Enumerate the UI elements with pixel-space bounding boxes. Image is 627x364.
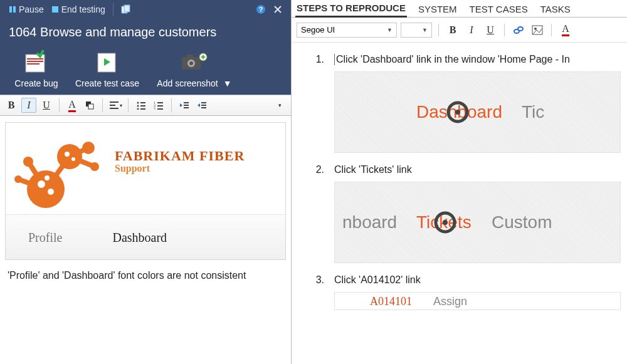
font-size-select[interactable]: ▼ [401, 23, 432, 38]
bullets-icon [136, 101, 146, 110]
captured-link-dashboard: nboard [342, 212, 397, 232]
font-color-button[interactable]: A [65, 98, 80, 113]
note-area[interactable]: FABRIKAM FIBER Support Profile Dashboard… [0, 116, 291, 364]
separator [113, 3, 113, 16]
add-ss-label: Add screenshot [157, 78, 218, 88]
font-family-value: Segoe UI [301, 25, 335, 34]
dropdown-icon[interactable]: ▼ [223, 78, 232, 88]
step-number: 1. [309, 54, 324, 153]
help-icon: ? [256, 4, 266, 14]
svg-rect-0 [9, 6, 12, 13]
tab-steps[interactable]: STEPS TO REPRODUCE [295, 0, 407, 18]
create-bug-button[interactable]: Create bug [9, 49, 64, 88]
bold-button[interactable]: B [445, 23, 460, 38]
svg-rect-11 [27, 61, 43, 62]
test-runner-panel: Pause End testing ? 1064 Browse and mana… [0, 0, 291, 364]
svg-marker-43 [198, 103, 200, 107]
font-color-button[interactable]: A [558, 23, 573, 38]
overflow-button[interactable]: ▾ [272, 98, 287, 113]
note-text[interactable]: 'Profile' and 'Dashboard' font colors ar… [5, 269, 286, 283]
svg-point-56 [65, 152, 70, 157]
target-icon [434, 211, 456, 234]
svg-point-54 [48, 189, 54, 195]
svg-point-63 [443, 220, 448, 225]
image-button[interactable] [530, 23, 545, 38]
step-item: 2. Click 'Tickets' link nboard Tickets C… [309, 164, 621, 263]
svg-point-27 [137, 102, 139, 104]
svg-rect-23 [88, 104, 93, 109]
bold-button[interactable]: B [4, 98, 19, 113]
brand-text: FABRIKAM FIBER Support [115, 148, 245, 174]
svg-rect-1 [13, 6, 16, 13]
svg-point-62 [455, 110, 460, 115]
svg-point-57 [71, 157, 75, 161]
captured-link-customers: Custom [492, 212, 552, 232]
svg-point-61 [534, 28, 537, 30]
close-button[interactable] [270, 4, 286, 15]
copy-button[interactable] [117, 3, 135, 16]
separator [102, 98, 103, 112]
svg-point-29 [137, 105, 139, 107]
underline-button[interactable]: U [483, 23, 498, 38]
pause-icon [9, 6, 16, 13]
align-icon [109, 101, 119, 110]
svg-point-59 [518, 27, 523, 31]
end-label: End testing [61, 4, 105, 14]
step-text[interactable]: Click 'A014102' link [334, 274, 621, 286]
outdent-button[interactable] [177, 98, 192, 113]
separator [59, 98, 60, 112]
link-icon [513, 25, 524, 35]
numbers-icon: 123 [154, 101, 164, 110]
svg-text:3: 3 [154, 107, 155, 110]
italic-button[interactable]: I [464, 23, 479, 38]
nav-bar: Profile Dashboard [6, 214, 285, 260]
svg-rect-10 [27, 58, 43, 60]
captured-text-assign: Assign [433, 295, 467, 308]
hyperlink-button[interactable] [511, 23, 526, 38]
highlight-button[interactable] [82, 98, 97, 113]
step-screenshot: A014101 Assign [334, 292, 621, 310]
nav-profile: Profile [28, 231, 62, 245]
number-list-button[interactable]: 123 [151, 98, 166, 113]
pause-label: Pause [19, 4, 44, 14]
add-screenshot-button[interactable]: Add screenshot ▼ [150, 49, 238, 88]
svg-rect-12 [27, 63, 40, 65]
bullet-list-button[interactable] [134, 98, 149, 113]
step-number: 2. [309, 164, 324, 263]
pause-button[interactable]: Pause [5, 3, 48, 16]
indent-button[interactable] [194, 98, 209, 113]
highlight-icon [85, 100, 95, 110]
step-text[interactable]: Click 'Tickets' link [334, 164, 621, 175]
underline-button[interactable]: U [39, 98, 54, 113]
rich-text-toolbar: Segoe UI ▼ ▼ B I U A [292, 18, 627, 43]
format-toolbar: B I U A ▾ 123 ▾ [0, 95, 291, 116]
step-text[interactable]: Click 'Dashboard' link in the window 'Ho… [334, 54, 621, 65]
copy-icon [121, 4, 131, 14]
svg-rect-4 [124, 5, 130, 12]
align-button[interactable]: ▾ [108, 98, 123, 113]
camera-icon [179, 49, 209, 75]
create-bug-label: Create bug [14, 78, 58, 88]
tab-tasks[interactable]: TASKS [539, 1, 572, 17]
create-test-case-button[interactable]: Create test case [75, 49, 139, 88]
italic-button[interactable]: I [21, 98, 36, 113]
screenshot-preview: FABRIKAM FIBER Support Profile Dashboard [5, 122, 286, 260]
tab-system[interactable]: SYSTEM [417, 1, 458, 17]
brand-line2: Support [115, 163, 245, 174]
titlebar: Pause End testing ? [0, 0, 291, 19]
separator [551, 24, 552, 36]
svg-point-17 [189, 61, 193, 65]
details-panel: STEPS TO REPRODUCE SYSTEM TEST CASES TAS… [291, 0, 627, 364]
help-button[interactable]: ? [252, 3, 270, 16]
tabs: STEPS TO REPRODUCE SYSTEM TEST CASES TAS… [292, 0, 627, 18]
target-icon [446, 101, 469, 123]
create-bug-icon [21, 49, 51, 75]
font-family-select[interactable]: Segoe UI ▼ [297, 23, 397, 38]
fabrikam-header: FABRIKAM FIBER Support [6, 123, 285, 214]
steps-list: 1. Click 'Dashboard' link in the window … [292, 43, 627, 321]
end-testing-button[interactable]: End testing [48, 3, 109, 16]
separator [128, 98, 129, 112]
tab-test-cases[interactable]: TEST CASES [468, 1, 529, 17]
svg-text:?: ? [259, 6, 263, 13]
close-icon [273, 5, 282, 14]
